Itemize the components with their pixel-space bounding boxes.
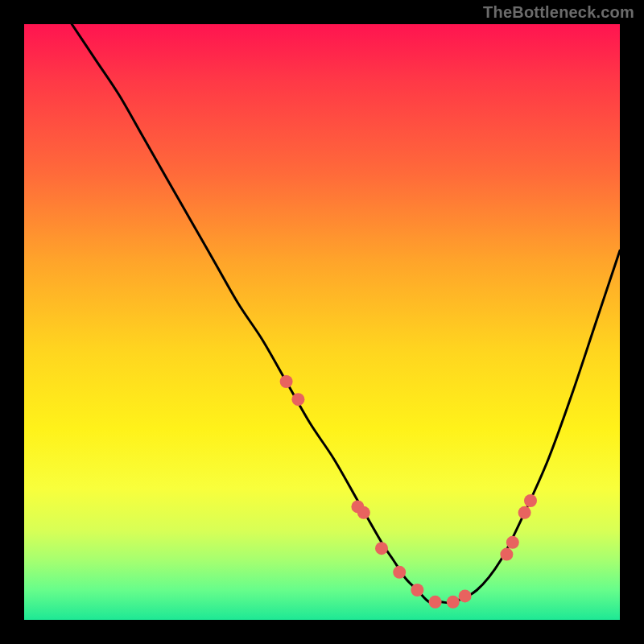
highlight-point: [280, 375, 293, 388]
highlight-point: [375, 542, 388, 555]
plot-area: [24, 24, 620, 620]
highlight-point: [500, 548, 513, 561]
curve-path: [72, 24, 620, 603]
highlight-point: [393, 566, 406, 579]
highlight-point: [411, 584, 423, 597]
bottleneck-curve: [24, 24, 620, 620]
highlight-point: [357, 506, 370, 519]
highlight-point: [506, 536, 519, 549]
watermark-text: TheBottleneck.com: [483, 3, 634, 22]
highlight-point: [291, 393, 304, 406]
highlight-point: [524, 494, 537, 507]
highlight-point: [518, 506, 531, 519]
highlight-point: [459, 589, 472, 602]
highlight-point: [447, 596, 460, 609]
highlight-point: [429, 596, 442, 609]
chart-frame: TheBottleneck.com: [0, 0, 644, 644]
